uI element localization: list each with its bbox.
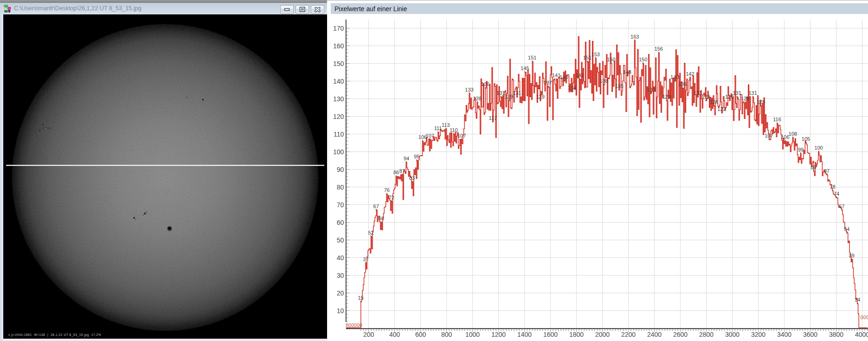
svg-text:40: 40 — [337, 254, 344, 262]
svg-text:140: 140 — [559, 74, 568, 80]
svg-text:4000: 4000 — [855, 331, 868, 338]
svg-text:108: 108 — [789, 131, 797, 137]
svg-text:140: 140 — [333, 78, 344, 85]
svg-text:3200: 3200 — [751, 331, 765, 338]
svg-text:135: 135 — [615, 83, 623, 89]
svg-text:87: 87 — [824, 168, 829, 174]
svg-text:200: 200 — [363, 331, 374, 338]
svg-text:129: 129 — [701, 94, 710, 99]
svg-text:150: 150 — [639, 57, 647, 62]
svg-text:134: 134 — [568, 85, 576, 91]
svg-text:3000: 3000 — [725, 331, 739, 338]
svg-text:2800: 2800 — [699, 331, 714, 338]
svg-text:163: 163 — [630, 34, 639, 39]
svg-text:131: 131 — [513, 90, 521, 96]
svg-text:1400: 1400 — [517, 331, 532, 338]
svg-text:3600: 3600 — [803, 331, 817, 338]
svg-text:3400: 3400 — [777, 331, 791, 338]
svg-text:67: 67 — [373, 203, 379, 209]
svg-text:78: 78 — [829, 184, 835, 190]
svg-text:2000: 2000 — [595, 331, 610, 338]
svg-text:122: 122 — [717, 106, 726, 112]
svg-text:30: 30 — [337, 272, 344, 279]
svg-text:117: 117 — [489, 115, 497, 121]
svg-text:800: 800 — [441, 331, 452, 338]
svg-text:10: 10 — [337, 307, 344, 315]
svg-text:143: 143 — [623, 69, 631, 75]
svg-text:133: 133 — [647, 87, 655, 92]
svg-text:142: 142 — [686, 71, 694, 77]
svg-text:128: 128 — [473, 96, 482, 101]
svg-text:2600: 2600 — [673, 331, 688, 338]
svg-text:37: 37 — [363, 256, 368, 262]
svg-text:20: 20 — [337, 289, 344, 297]
svg-text:110: 110 — [450, 127, 458, 133]
svg-text:100: 100 — [815, 145, 823, 151]
svg-text:131: 131 — [748, 90, 757, 96]
svg-text:95: 95 — [414, 154, 419, 159]
svg-text:1000: 1000 — [465, 331, 480, 338]
svg-text:136: 136 — [678, 81, 687, 87]
svg-text:0: 0 — [866, 315, 868, 320]
svg-text:137: 137 — [544, 80, 552, 85]
svg-text:106: 106 — [781, 134, 789, 140]
svg-text:50: 50 — [337, 236, 344, 244]
svg-text:160: 160 — [333, 42, 344, 50]
svg-text:0: 0 — [360, 323, 362, 328]
svg-text:80: 80 — [337, 184, 344, 191]
svg-text:120: 120 — [333, 113, 344, 120]
svg-text:126: 126 — [757, 99, 765, 105]
svg-text:133: 133 — [465, 87, 473, 92]
svg-text:72: 72 — [389, 195, 394, 200]
svg-text:131: 131 — [733, 90, 741, 96]
svg-text:76: 76 — [384, 187, 390, 193]
svg-text:151: 151 — [583, 55, 592, 60]
svg-text:70: 70 — [337, 201, 344, 209]
svg-text:131: 131 — [694, 90, 702, 96]
svg-text:128: 128 — [741, 96, 749, 101]
svg-text:3800: 3800 — [829, 331, 843, 338]
svg-text:141: 141 — [575, 72, 584, 78]
svg-text:86: 86 — [393, 170, 399, 175]
svg-text:136: 136 — [481, 81, 489, 87]
svg-text:130: 130 — [333, 95, 344, 103]
svg-text:87: 87 — [399, 168, 405, 174]
svg-text:74: 74 — [834, 191, 839, 197]
svg-text:2200: 2200 — [621, 331, 636, 338]
svg-text:100: 100 — [333, 148, 344, 156]
svg-text:150: 150 — [607, 57, 615, 62]
svg-text:107: 107 — [457, 133, 466, 138]
svg-text:60: 60 — [379, 216, 384, 221]
svg-text:52: 52 — [368, 230, 373, 236]
svg-text:116: 116 — [773, 117, 781, 122]
svg-text:94: 94 — [404, 156, 409, 161]
svg-text:153: 153 — [592, 52, 600, 57]
svg-text:129: 129 — [505, 94, 513, 99]
svg-text:15: 15 — [358, 295, 363, 301]
svg-text:89: 89 — [810, 164, 816, 170]
svg-text:170: 170 — [333, 25, 344, 32]
svg-text:105: 105 — [802, 136, 810, 142]
svg-text:1600: 1600 — [543, 331, 558, 338]
svg-text:2400: 2400 — [647, 331, 662, 338]
svg-text:113: 113 — [442, 122, 450, 128]
svg-text:67: 67 — [839, 203, 844, 209]
svg-text:600: 600 — [415, 331, 426, 338]
svg-text:1800: 1800 — [569, 331, 584, 338]
svg-text:110: 110 — [334, 131, 344, 138]
svg-text:90: 90 — [337, 166, 344, 173]
svg-text:99: 99 — [798, 147, 804, 152]
svg-text:14: 14 — [855, 297, 860, 302]
svg-text:140: 140 — [670, 74, 679, 80]
svg-text:131: 131 — [496, 90, 505, 96]
svg-text:107: 107 — [426, 133, 434, 138]
svg-text:129: 129 — [536, 94, 544, 99]
svg-text:1200: 1200 — [491, 331, 506, 338]
svg-text:129: 129 — [662, 94, 671, 99]
svg-text:150: 150 — [333, 60, 344, 67]
svg-text:138: 138 — [599, 78, 608, 84]
svg-text:400: 400 — [389, 331, 400, 338]
svg-text:126: 126 — [710, 99, 718, 105]
svg-text:111: 111 — [434, 125, 442, 131]
svg-text:60: 60 — [337, 219, 344, 226]
